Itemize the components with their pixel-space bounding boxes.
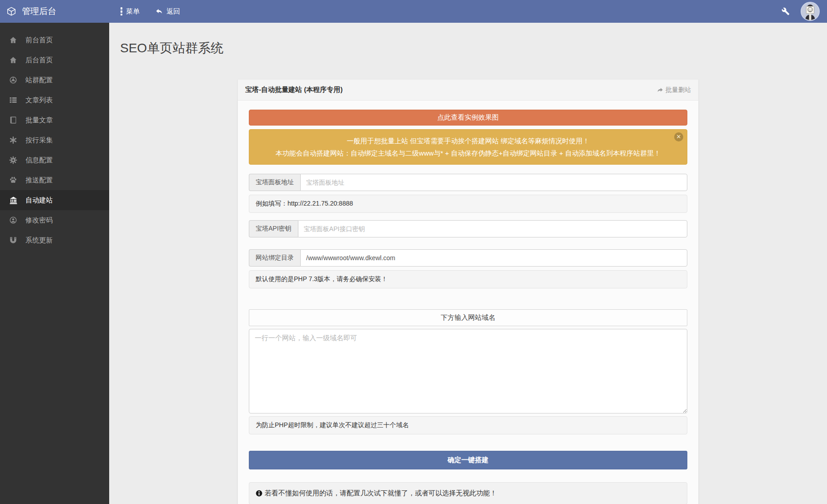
main-content: SEO单页站群系统 宝塔-自动批量建站 (本程序专用) 批量删站 点此查看实例效…	[109, 0, 827, 504]
panel-body: 点此查看实例效果图 ✕ 一般用于想批量上站 但宝塔需要手动挨个搭建网站 绑定域名…	[238, 101, 698, 504]
menu-toggle[interactable]: 菜单	[120, 7, 140, 16]
brand[interactable]: 管理后台	[0, 5, 109, 17]
sidebar-item-article-list[interactable]: 文章列表	[0, 90, 109, 110]
share-arrow-icon	[656, 87, 664, 93]
submit-build-button[interactable]: 确定一键搭建	[249, 451, 687, 469]
paw-icon	[8, 176, 18, 184]
view-example-button[interactable]: 点此查看实例效果图	[249, 110, 687, 126]
sidebar-item-batch-articles[interactable]: 批量文章	[0, 110, 109, 130]
alert-line-1: 一般用于想批量上站 但宝塔需要手动挨个搭建网站 绑定域名等麻烦情况时使用！	[267, 135, 669, 147]
sidebar-item-label: 按行采集	[25, 136, 53, 145]
back-label: 返回	[166, 7, 180, 16]
chrome-globe-icon	[8, 76, 18, 84]
magnet-icon	[8, 236, 18, 244]
menu-label: 菜单	[126, 7, 140, 16]
panel-url-label: 宝塔面板地址	[249, 174, 300, 191]
topbar-right	[782, 2, 827, 21]
sidebar-item-admin-home[interactable]: 后台首页	[0, 50, 109, 70]
user-circle-icon	[8, 216, 18, 224]
sidebar-item-label: 推送配置	[25, 176, 53, 185]
gear-icon	[8, 156, 18, 164]
sidebar-item-info-config[interactable]: 信息配置	[0, 150, 109, 170]
footer-note: 若看不懂如何使用的话，请配置几次试下就懂了，或者可以选择无视此功能！	[249, 482, 687, 504]
api-key-input[interactable]	[298, 220, 687, 237]
panel-url-hint: 例如填写：http://22.21.75.20:8888	[249, 195, 687, 213]
close-icon[interactable]: ✕	[674, 132, 683, 141]
wrench-icon[interactable]	[782, 7, 790, 15]
sidebar-item-change-password[interactable]: 修改密码	[0, 210, 109, 230]
footer-note-text: 若看不懂如何使用的话，请配置几次试下就懂了，或者可以选择无视此功能！	[265, 489, 497, 498]
info-icon	[256, 490, 262, 497]
brand-title: 管理后台	[22, 5, 56, 17]
build-panel: 宝塔-自动批量建站 (本程序专用) 批量删站 点此查看实例效果图 ✕ 一般用于想…	[237, 79, 699, 504]
book-icon	[8, 116, 18, 124]
sidebar-item-sitegroup-config[interactable]: 站群配置	[0, 70, 109, 90]
reply-arrow-icon	[155, 8, 163, 15]
sidebar-item-auto-build[interactable]: 自动建站	[0, 190, 109, 210]
list-icon	[8, 96, 18, 104]
home-icon	[8, 56, 18, 64]
sidebar-item-label: 系统更新	[25, 236, 53, 245]
usage-alert: ✕ 一般用于想批量上站 但宝塔需要手动挨个搭建网站 绑定域名等麻烦情况时使用！ …	[249, 129, 687, 165]
domain-section-header: 下方输入网站域名	[249, 309, 687, 326]
bind-dir-label: 网站绑定目录	[249, 249, 300, 267]
back-link[interactable]: 返回	[155, 7, 180, 16]
alert-line-2: 本功能会自动搭建网站：自动绑定主域名与二级www与* + 自动保存伪静态+自动绑…	[267, 147, 669, 159]
api-key-group: 宝塔API密钥	[249, 220, 687, 237]
panel-url-group: 宝塔面板地址	[249, 174, 687, 191]
panel-url-input[interactable]	[300, 174, 687, 191]
php-version-hint: 默认使用的是PHP 7.3版本，请务必确保安装！	[249, 270, 687, 288]
ellipsis-icon	[120, 7, 123, 15]
asterisk-icon	[8, 136, 18, 144]
batch-delete-link[interactable]: 批量删站	[656, 86, 691, 94]
home-icon	[8, 36, 18, 44]
sidebar-item-label: 自动建站	[25, 196, 53, 205]
sidebar-item-label: 批量文章	[25, 116, 53, 125]
domain-limit-hint: 为防止PHP超时限制，建议单次不建议超过三十个域名	[249, 416, 687, 434]
avatar[interactable]	[801, 2, 820, 21]
sidebar-item-label: 信息配置	[25, 156, 53, 165]
sidebar: 前台首页 后台首页 站群配置 文章列表	[0, 23, 109, 504]
sidebar-item-label: 修改密码	[25, 216, 53, 225]
sidebar-item-label: 站群配置	[25, 76, 53, 85]
panel-heading: 宝塔-自动批量建站 (本程序专用) 批量删站	[238, 80, 698, 101]
panel-title: 宝塔-自动批量建站 (本程序专用)	[245, 86, 343, 94]
top-nav: 菜单 返回	[109, 7, 180, 16]
sidebar-item-label: 文章列表	[25, 96, 53, 105]
sidebar-item-label: 后台首页	[25, 56, 53, 65]
sidebar-item-line-collect[interactable]: 按行采集	[0, 130, 109, 150]
domain-list-textarea[interactable]	[249, 329, 687, 413]
sidebar-item-push-config[interactable]: 推送配置	[0, 170, 109, 190]
sidebar-item-front-home[interactable]: 前台首页	[0, 30, 109, 50]
cube-icon	[6, 6, 16, 16]
bank-icon	[8, 196, 18, 205]
top-bar: 管理后台 菜单 返回	[0, 0, 827, 23]
bind-dir-input[interactable]	[300, 249, 687, 267]
batch-delete-label: 批量删站	[666, 86, 691, 94]
sidebar-item-system-update[interactable]: 系统更新	[0, 230, 109, 250]
page-title: SEO单页站群系统	[120, 39, 827, 57]
bind-dir-group: 网站绑定目录	[249, 249, 687, 267]
sidebar-item-label: 前台首页	[25, 36, 53, 45]
api-key-label: 宝塔API密钥	[249, 220, 298, 237]
